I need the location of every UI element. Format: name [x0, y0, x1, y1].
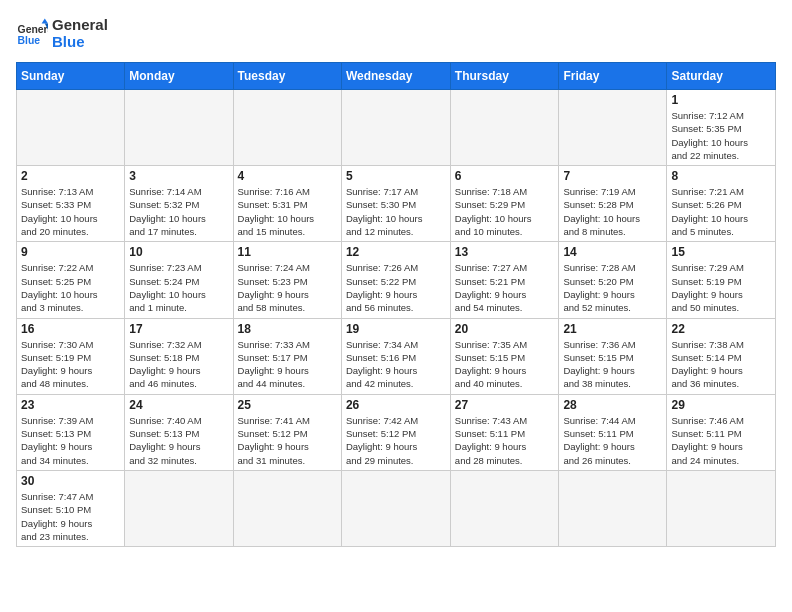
calendar-cell: 8Sunrise: 7:21 AM Sunset: 5:26 PM Daylig… — [667, 166, 776, 242]
day-number: 27 — [455, 398, 555, 412]
svg-text:Blue: Blue — [18, 35, 41, 46]
day-number: 8 — [671, 169, 771, 183]
calendar-cell: 27Sunrise: 7:43 AM Sunset: 5:11 PM Dayli… — [450, 394, 559, 470]
calendar-cell — [450, 470, 559, 546]
cell-content: Sunrise: 7:13 AM Sunset: 5:33 PM Dayligh… — [21, 185, 120, 238]
calendar-cell: 5Sunrise: 7:17 AM Sunset: 5:30 PM Daylig… — [341, 166, 450, 242]
calendar-cell — [667, 470, 776, 546]
calendar-week-1: 2Sunrise: 7:13 AM Sunset: 5:33 PM Daylig… — [17, 166, 776, 242]
calendar-week-5: 30Sunrise: 7:47 AM Sunset: 5:10 PM Dayli… — [17, 470, 776, 546]
cell-content: Sunrise: 7:32 AM Sunset: 5:18 PM Dayligh… — [129, 338, 228, 391]
calendar-cell — [341, 90, 450, 166]
calendar-cell: 6Sunrise: 7:18 AM Sunset: 5:29 PM Daylig… — [450, 166, 559, 242]
cell-content: Sunrise: 7:21 AM Sunset: 5:26 PM Dayligh… — [671, 185, 771, 238]
day-number: 16 — [21, 322, 120, 336]
day-number: 13 — [455, 245, 555, 259]
cell-content: Sunrise: 7:28 AM Sunset: 5:20 PM Dayligh… — [563, 261, 662, 314]
calendar-week-3: 16Sunrise: 7:30 AM Sunset: 5:19 PM Dayli… — [17, 318, 776, 394]
calendar: SundayMondayTuesdayWednesdayThursdayFrid… — [16, 62, 776, 547]
day-number: 22 — [671, 322, 771, 336]
calendar-cell: 29Sunrise: 7:46 AM Sunset: 5:11 PM Dayli… — [667, 394, 776, 470]
day-number: 21 — [563, 322, 662, 336]
calendar-cell: 11Sunrise: 7:24 AM Sunset: 5:23 PM Dayli… — [233, 242, 341, 318]
calendar-cell — [559, 470, 667, 546]
calendar-cell: 19Sunrise: 7:34 AM Sunset: 5:16 PM Dayli… — [341, 318, 450, 394]
day-number: 15 — [671, 245, 771, 259]
cell-content: Sunrise: 7:18 AM Sunset: 5:29 PM Dayligh… — [455, 185, 555, 238]
day-number: 9 — [21, 245, 120, 259]
cell-content: Sunrise: 7:12 AM Sunset: 5:35 PM Dayligh… — [671, 109, 771, 162]
calendar-cell — [341, 470, 450, 546]
cell-content: Sunrise: 7:47 AM Sunset: 5:10 PM Dayligh… — [21, 490, 120, 543]
day-number: 18 — [238, 322, 337, 336]
cell-content: Sunrise: 7:44 AM Sunset: 5:11 PM Dayligh… — [563, 414, 662, 467]
header: General Blue General Blue — [16, 16, 776, 50]
day-number: 26 — [346, 398, 446, 412]
day-number: 12 — [346, 245, 446, 259]
day-number: 23 — [21, 398, 120, 412]
calendar-cell: 25Sunrise: 7:41 AM Sunset: 5:12 PM Dayli… — [233, 394, 341, 470]
cell-content: Sunrise: 7:40 AM Sunset: 5:13 PM Dayligh… — [129, 414, 228, 467]
calendar-cell: 4Sunrise: 7:16 AM Sunset: 5:31 PM Daylig… — [233, 166, 341, 242]
cell-content: Sunrise: 7:17 AM Sunset: 5:30 PM Dayligh… — [346, 185, 446, 238]
calendar-cell: 2Sunrise: 7:13 AM Sunset: 5:33 PM Daylig… — [17, 166, 125, 242]
day-number: 10 — [129, 245, 228, 259]
calendar-cell: 26Sunrise: 7:42 AM Sunset: 5:12 PM Dayli… — [341, 394, 450, 470]
calendar-cell — [450, 90, 559, 166]
calendar-cell: 20Sunrise: 7:35 AM Sunset: 5:15 PM Dayli… — [450, 318, 559, 394]
logo-general-text: General — [52, 16, 108, 33]
day-number: 29 — [671, 398, 771, 412]
calendar-header-row: SundayMondayTuesdayWednesdayThursdayFrid… — [17, 63, 776, 90]
calendar-cell — [125, 90, 233, 166]
calendar-cell: 1Sunrise: 7:12 AM Sunset: 5:35 PM Daylig… — [667, 90, 776, 166]
svg-text:General: General — [18, 24, 48, 35]
calendar-cell: 13Sunrise: 7:27 AM Sunset: 5:21 PM Dayli… — [450, 242, 559, 318]
cell-content: Sunrise: 7:35 AM Sunset: 5:15 PM Dayligh… — [455, 338, 555, 391]
day-number: 14 — [563, 245, 662, 259]
logo-icon: General Blue — [16, 17, 48, 49]
cell-content: Sunrise: 7:24 AM Sunset: 5:23 PM Dayligh… — [238, 261, 337, 314]
calendar-cell: 16Sunrise: 7:30 AM Sunset: 5:19 PM Dayli… — [17, 318, 125, 394]
day-header-thursday: Thursday — [450, 63, 559, 90]
calendar-cell — [125, 470, 233, 546]
cell-content: Sunrise: 7:29 AM Sunset: 5:19 PM Dayligh… — [671, 261, 771, 314]
svg-marker-2 — [42, 19, 48, 24]
cell-content: Sunrise: 7:30 AM Sunset: 5:19 PM Dayligh… — [21, 338, 120, 391]
calendar-cell: 7Sunrise: 7:19 AM Sunset: 5:28 PM Daylig… — [559, 166, 667, 242]
cell-content: Sunrise: 7:23 AM Sunset: 5:24 PM Dayligh… — [129, 261, 228, 314]
calendar-cell: 30Sunrise: 7:47 AM Sunset: 5:10 PM Dayli… — [17, 470, 125, 546]
calendar-cell: 18Sunrise: 7:33 AM Sunset: 5:17 PM Dayli… — [233, 318, 341, 394]
day-header-friday: Friday — [559, 63, 667, 90]
logo-blue-text: Blue — [52, 33, 108, 50]
logo: General Blue General Blue — [16, 16, 108, 50]
day-number: 20 — [455, 322, 555, 336]
calendar-cell: 12Sunrise: 7:26 AM Sunset: 5:22 PM Dayli… — [341, 242, 450, 318]
calendar-cell: 17Sunrise: 7:32 AM Sunset: 5:18 PM Dayli… — [125, 318, 233, 394]
day-number: 7 — [563, 169, 662, 183]
day-header-monday: Monday — [125, 63, 233, 90]
cell-content: Sunrise: 7:27 AM Sunset: 5:21 PM Dayligh… — [455, 261, 555, 314]
calendar-cell: 28Sunrise: 7:44 AM Sunset: 5:11 PM Dayli… — [559, 394, 667, 470]
day-number: 25 — [238, 398, 337, 412]
calendar-cell — [233, 90, 341, 166]
calendar-cell: 23Sunrise: 7:39 AM Sunset: 5:13 PM Dayli… — [17, 394, 125, 470]
calendar-week-0: 1Sunrise: 7:12 AM Sunset: 5:35 PM Daylig… — [17, 90, 776, 166]
cell-content: Sunrise: 7:34 AM Sunset: 5:16 PM Dayligh… — [346, 338, 446, 391]
cell-content: Sunrise: 7:36 AM Sunset: 5:15 PM Dayligh… — [563, 338, 662, 391]
day-number: 30 — [21, 474, 120, 488]
day-number: 2 — [21, 169, 120, 183]
cell-content: Sunrise: 7:19 AM Sunset: 5:28 PM Dayligh… — [563, 185, 662, 238]
day-number: 24 — [129, 398, 228, 412]
cell-content: Sunrise: 7:33 AM Sunset: 5:17 PM Dayligh… — [238, 338, 337, 391]
cell-content: Sunrise: 7:42 AM Sunset: 5:12 PM Dayligh… — [346, 414, 446, 467]
cell-content: Sunrise: 7:39 AM Sunset: 5:13 PM Dayligh… — [21, 414, 120, 467]
calendar-cell — [233, 470, 341, 546]
cell-content: Sunrise: 7:22 AM Sunset: 5:25 PM Dayligh… — [21, 261, 120, 314]
day-number: 1 — [671, 93, 771, 107]
cell-content: Sunrise: 7:43 AM Sunset: 5:11 PM Dayligh… — [455, 414, 555, 467]
cell-content: Sunrise: 7:46 AM Sunset: 5:11 PM Dayligh… — [671, 414, 771, 467]
day-number: 5 — [346, 169, 446, 183]
day-number: 4 — [238, 169, 337, 183]
day-header-wednesday: Wednesday — [341, 63, 450, 90]
cell-content: Sunrise: 7:14 AM Sunset: 5:32 PM Dayligh… — [129, 185, 228, 238]
